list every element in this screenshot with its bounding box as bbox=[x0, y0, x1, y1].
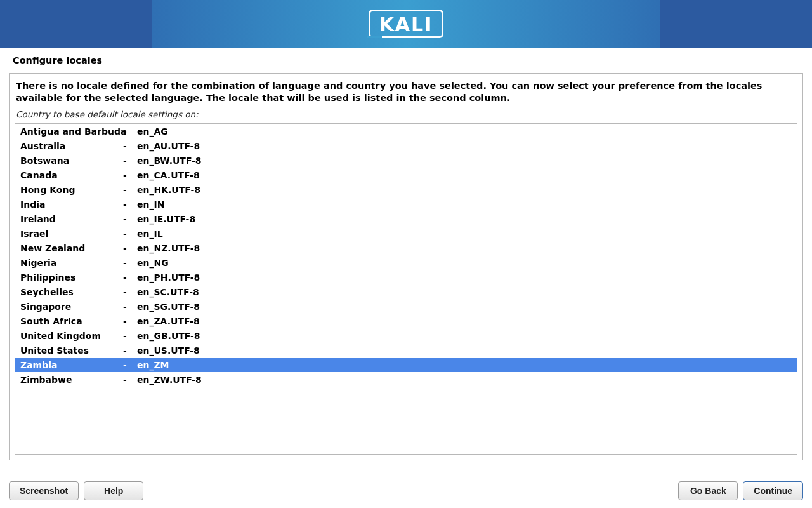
locale-dash: - bbox=[123, 199, 137, 210]
locale-dash: - bbox=[123, 331, 137, 341]
page-title: Configure locales bbox=[0, 48, 812, 70]
locale-dash: - bbox=[123, 272, 137, 283]
locale-row[interactable]: Israel-en_IL bbox=[15, 226, 797, 241]
locale-country: Hong Kong bbox=[20, 185, 123, 195]
locale-row[interactable]: Botswana-en_BW.UTF-8 bbox=[15, 153, 797, 168]
locale-country: United Kingdom bbox=[20, 331, 123, 341]
locale-code: en_GB.UTF-8 bbox=[137, 331, 792, 341]
locale-row[interactable]: Nigeria-en_NG bbox=[15, 255, 797, 270]
locale-code: en_AU.UTF-8 bbox=[137, 141, 792, 151]
locale-country: Canada bbox=[20, 170, 123, 180]
locale-row[interactable]: Singapore-en_SG.UTF-8 bbox=[15, 299, 797, 314]
locale-code: en_PH.UTF-8 bbox=[137, 272, 792, 283]
locale-row[interactable]: India-en_IN bbox=[15, 197, 797, 211]
locale-code: en_AG bbox=[137, 126, 792, 137]
locale-dash: - bbox=[123, 243, 137, 253]
locale-code: en_HK.UTF-8 bbox=[137, 185, 792, 195]
locale-list[interactable]: Antigua and Barbuda-en_AGAustralia-en_AU… bbox=[15, 123, 797, 455]
locale-dash: - bbox=[123, 185, 137, 195]
locale-country: Seychelles bbox=[20, 287, 123, 297]
locale-code: en_CA.UTF-8 bbox=[137, 170, 792, 180]
locale-country: Israel bbox=[20, 229, 123, 239]
locale-dash: - bbox=[123, 316, 137, 326]
locale-country: Philippines bbox=[20, 272, 123, 283]
locale-row[interactable]: Antigua and Barbuda-en_AG bbox=[15, 124, 797, 138]
header-banner: KALI bbox=[0, 0, 812, 48]
locale-dash: - bbox=[123, 214, 137, 224]
locale-code: en_NG bbox=[137, 258, 792, 268]
locale-dash: - bbox=[123, 360, 137, 370]
locale-dash: - bbox=[123, 345, 137, 356]
locale-country: India bbox=[20, 199, 123, 210]
locale-row[interactable]: Australia-en_AU.UTF-8 bbox=[15, 138, 797, 153]
help-button[interactable]: Help bbox=[84, 481, 143, 500]
locale-row[interactable]: Seychelles-en_SC.UTF-8 bbox=[15, 284, 797, 299]
locale-country: Zimbabwe bbox=[20, 375, 123, 385]
continue-button[interactable]: Continue bbox=[743, 481, 803, 500]
locale-row[interactable]: New Zealand-en_NZ.UTF-8 bbox=[15, 241, 797, 255]
footer-left-group: Screenshot Help bbox=[9, 481, 143, 500]
locale-code: en_SC.UTF-8 bbox=[137, 287, 792, 297]
locale-country: Singapore bbox=[20, 302, 123, 312]
locale-country: Nigeria bbox=[20, 258, 123, 268]
header-banner-center: KALI bbox=[152, 0, 660, 48]
locale-row[interactable]: Zambia-en_ZM bbox=[15, 358, 797, 372]
locale-code: en_SG.UTF-8 bbox=[137, 302, 792, 312]
locale-row[interactable]: Ireland-en_IE.UTF-8 bbox=[15, 211, 797, 226]
main-frame: There is no locale defined for the combi… bbox=[9, 73, 803, 460]
locale-row[interactable]: South Africa-en_ZA.UTF-8 bbox=[15, 314, 797, 328]
locale-country: Zambia bbox=[20, 360, 123, 370]
locale-code: en_IN bbox=[137, 199, 792, 210]
locale-country: Australia bbox=[20, 141, 123, 151]
locale-code: en_ZW.UTF-8 bbox=[137, 375, 792, 385]
locale-dash: - bbox=[123, 375, 137, 385]
locale-country: Ireland bbox=[20, 214, 123, 224]
locale-code: en_ZA.UTF-8 bbox=[137, 316, 792, 326]
locale-country: South Africa bbox=[20, 316, 123, 326]
locale-dash: - bbox=[123, 287, 137, 297]
locale-code: en_ZM bbox=[137, 360, 792, 370]
screenshot-button[interactable]: Screenshot bbox=[9, 481, 79, 500]
locale-dash: - bbox=[123, 126, 137, 137]
kali-logo-text: KALI bbox=[379, 13, 433, 36]
locale-code: en_BW.UTF-8 bbox=[137, 156, 792, 166]
locale-dash: - bbox=[123, 229, 137, 239]
locale-row[interactable]: Zimbabwe-en_ZW.UTF-8 bbox=[15, 372, 797, 387]
description-text: There is no locale defined for the combi… bbox=[10, 74, 802, 107]
sub-caption: Country to base default locale settings … bbox=[10, 107, 802, 123]
footer-right-group: Go Back Continue bbox=[678, 481, 803, 500]
locale-country: Botswana bbox=[20, 156, 123, 166]
locale-row[interactable]: Philippines-en_PH.UTF-8 bbox=[15, 270, 797, 284]
locale-dash: - bbox=[123, 170, 137, 180]
locale-row[interactable]: Canada-en_CA.UTF-8 bbox=[15, 168, 797, 182]
locale-row[interactable]: Hong Kong-en_HK.UTF-8 bbox=[15, 182, 797, 197]
locale-dash: - bbox=[123, 302, 137, 312]
locale-code: en_IL bbox=[137, 229, 792, 239]
locale-row[interactable]: United Kingdom-en_GB.UTF-8 bbox=[15, 328, 797, 343]
go-back-button[interactable]: Go Back bbox=[678, 481, 738, 500]
locale-row[interactable]: United States-en_US.UTF-8 bbox=[15, 343, 797, 358]
kali-logo: KALI bbox=[369, 10, 444, 38]
footer: Screenshot Help Go Back Continue bbox=[0, 481, 812, 500]
locale-dash: - bbox=[123, 258, 137, 268]
locale-code: en_US.UTF-8 bbox=[137, 345, 792, 356]
locale-dash: - bbox=[123, 141, 137, 151]
locale-country: New Zealand bbox=[20, 243, 123, 253]
locale-code: en_IE.UTF-8 bbox=[137, 214, 792, 224]
locale-code: en_NZ.UTF-8 bbox=[137, 243, 792, 253]
locale-country: Antigua and Barbuda bbox=[20, 126, 123, 137]
locale-country: United States bbox=[20, 345, 123, 356]
locale-dash: - bbox=[123, 156, 137, 166]
